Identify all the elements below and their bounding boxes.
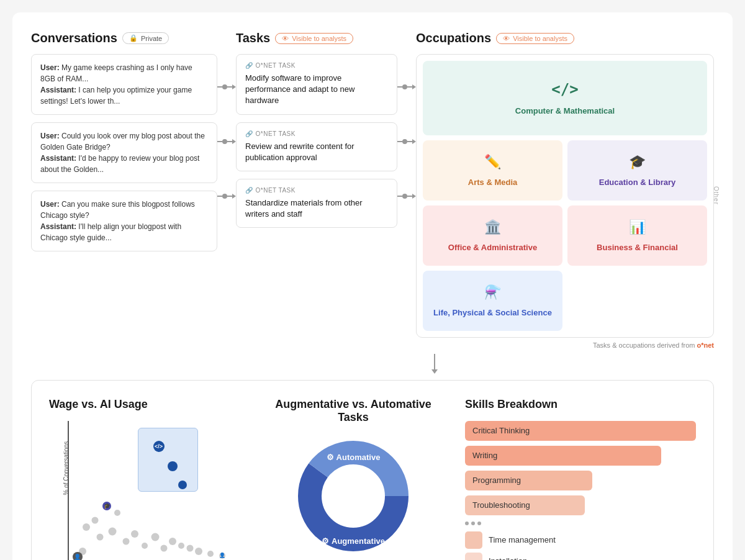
arrow-3 (217, 173, 236, 220)
line (397, 141, 402, 142)
vertical-line (434, 354, 435, 369)
conversations-badge: 🔒 Private (122, 32, 169, 44)
highlighted-region (138, 428, 198, 492)
occ-education-label: Education & Library (599, 177, 676, 188)
scatter-dot-g15 (114, 510, 120, 516)
occupations-header: Occupations 👁 Visible to analysts (416, 31, 714, 45)
tasks-header: Tasks 👁 Visible to analysts (236, 31, 397, 45)
assistant-label: Assistant: (40, 222, 78, 231)
occ-life-science[interactable]: ⚗️ Life, Physical & Social Science (423, 271, 562, 331)
skill-row-writing: Writing (465, 446, 696, 466)
small-skill-time-management: Time management (465, 531, 696, 549)
occ-computer-mathematical[interactable]: </> Computer & Mathematical (423, 61, 707, 135)
scatter-dot-g4 (122, 538, 129, 544)
scatter-dot-g12 (195, 548, 202, 555)
scatter-dot-g6 (142, 543, 148, 549)
line (227, 86, 232, 88)
task-card-3[interactable]: 🔗 O*NET TASK Standardize materials from … (236, 179, 397, 228)
occ-arts-label: Arts & Media (468, 177, 517, 188)
arrow-t3 (397, 173, 416, 220)
conversations-title: Conversations (31, 31, 117, 45)
wage-chart-area: % of Conversations </> 🎓 (68, 421, 242, 560)
other-label: Other (712, 186, 719, 205)
dot-1 (465, 522, 469, 525)
skill-row-critical-thinking: Critical Thinking (465, 421, 696, 441)
chart-icon: 📊 (629, 218, 646, 237)
down-arrowhead (431, 369, 438, 374)
scatter-dot-g9 (169, 538, 176, 545)
line (227, 196, 232, 197)
occ-office-admin[interactable]: 🏛️ Office & Administrative (423, 205, 562, 266)
donut-augmentative-label: ⚙ Augmentative (322, 536, 385, 546)
scatter-dot-person2: 👤 (73, 552, 83, 560)
task-label-1: 🔗 O*NET TASK (245, 62, 388, 69)
onet-link[interactable]: o*net (697, 341, 715, 349)
occ-business-label: Business & Financial (597, 242, 678, 253)
occ-computer-label: Computer & Mathematical (515, 106, 615, 117)
wage-chart-section: Wage vs. AI Usage % of Conversations </>… (49, 398, 242, 560)
line (397, 86, 402, 88)
occ-office-label: Office & Administrative (448, 242, 537, 253)
more-skills-dots (465, 522, 696, 525)
wage-chart-wrapper: % of Conversations </> 🎓 (49, 421, 242, 560)
line (217, 141, 222, 142)
task-occ-arrows (397, 31, 416, 220)
conv-task-arrows (217, 31, 236, 220)
main-container: Conversations 🔒 Private User: My game ke… (12, 12, 733, 560)
scatter-dot-g1 (83, 523, 90, 531)
skill-small-box-installation (465, 553, 482, 560)
skill-small-label-installation: Installation (489, 556, 527, 560)
occ-science-label: Life, Physical & Social Science (433, 307, 552, 318)
y-axis-label: % of Conversations (63, 441, 70, 495)
donut-title: Augmentative vs. Automative Tasks (260, 398, 446, 424)
line (217, 196, 222, 197)
conversations-column: Conversations 🔒 Private User: My game ke… (31, 31, 217, 259)
occ-business-financial[interactable]: 📊 Business & Financial (567, 205, 707, 266)
dot-3 (477, 522, 481, 525)
arrow-t1 (397, 63, 416, 111)
line (217, 86, 222, 88)
link-icon: 🔗 (245, 187, 253, 194)
donut-automative-label: ⚙ Automative (327, 453, 381, 462)
donut-chart: ⚙ Automative ⚙ Augmentative (291, 434, 415, 558)
task-card-2[interactable]: 🔗 O*NET TASK Review and rewrite content … (236, 122, 397, 171)
skill-bar-troubleshooting: Troubleshooting (465, 495, 585, 515)
task-text-3: Standardize materials from other writers… (245, 197, 388, 220)
user-label: User: (40, 200, 61, 209)
assistant-label: Assistant: (40, 154, 78, 163)
scatter-dot-blue3 (178, 481, 187, 489)
conversation-card-2[interactable]: User: Could you look over my blog post a… (31, 122, 217, 183)
scatter-dot-g7 (151, 533, 160, 541)
line (227, 141, 232, 142)
user-text-3: Can you make sure this blogpost follows … (40, 200, 195, 220)
small-skill-installation: Installation (465, 553, 696, 560)
occ-note: Tasks & occupations derived from o*net (416, 341, 714, 349)
skill-bar-critical-thinking: Critical Thinking (465, 421, 696, 441)
top-section: Conversations 🔒 Private User: My game ke… (31, 31, 714, 349)
task-card-1[interactable]: 🔗 O*NET TASK Modify software to improve … (236, 54, 397, 115)
scatter-dot-g10 (178, 543, 184, 549)
down-arrow-container (155, 354, 714, 374)
skills-breakdown-section: Skills Breakdown Critical Thinking Writi… (465, 398, 696, 560)
building-icon: 🏛️ (484, 218, 501, 237)
occ-arts-media[interactable]: ✏️ Arts & Media (423, 140, 562, 201)
code-icon: </> (551, 79, 578, 101)
skills-title: Skills Breakdown (465, 398, 696, 411)
occupations-grid-wrapper: </> Computer & Mathematical ✏️ Arts & Me… (416, 54, 714, 338)
wage-chart-title: Wage vs. AI Usage (49, 398, 242, 411)
bottom-section: Wage vs. AI Usage % of Conversations </>… (31, 380, 714, 560)
tasks-badge: 👁 Visible to analysts (275, 33, 353, 44)
conversations-header: Conversations 🔒 Private (31, 31, 217, 45)
arrow-1 (217, 63, 236, 111)
donut-hole (323, 466, 383, 526)
task-label-3: 🔗 O*NET TASK (245, 187, 388, 194)
dot (402, 84, 407, 89)
scatter-dot-g8 (160, 545, 167, 552)
user-label: User: (40, 63, 61, 72)
user-text-1: My game keeps crashing as I only have 8G… (40, 63, 192, 83)
dot (222, 84, 227, 89)
task-text-2: Review and rewrite content for publicati… (245, 141, 388, 163)
occ-education-library[interactable]: 🎓 Education & Library (567, 140, 707, 201)
conversation-card-3[interactable]: User: Can you make sure this blogpost fo… (31, 191, 217, 251)
conversation-card-1[interactable]: User: My game keeps crashing as I only h… (31, 54, 217, 115)
